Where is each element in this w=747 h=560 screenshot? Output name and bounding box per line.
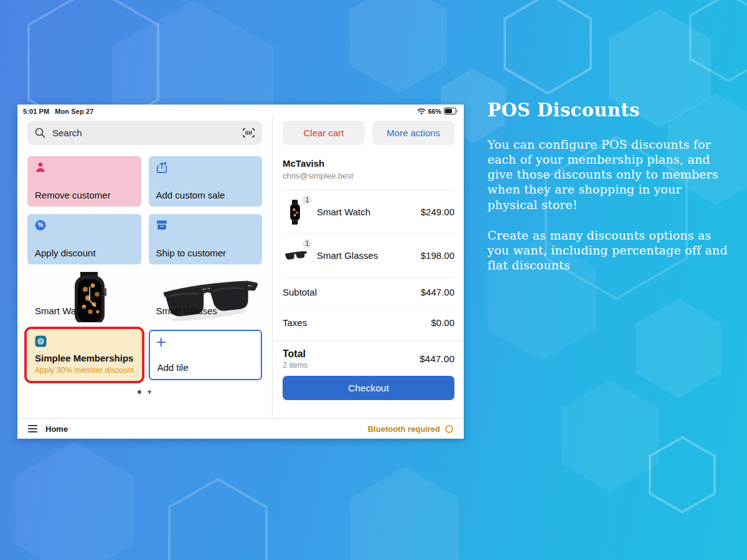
tile-label: Ship to customer	[156, 248, 227, 258]
customer-info[interactable]: McTavish chris@simplee.best	[283, 158, 454, 190]
taxes-value: $0.00	[431, 317, 454, 328]
more-actions-button[interactable]: More actions	[372, 121, 454, 145]
cart-item-smart-glasses[interactable]: 1 Smart Glasses $198.00	[283, 234, 454, 278]
svg-text:%: %	[38, 222, 44, 228]
battery-icon	[444, 108, 458, 114]
status-date: Mon Sep 27	[55, 108, 93, 115]
tile-add-custom-sale[interactable]: Add custom sale	[149, 156, 263, 207]
tile-remove-customer[interactable]: Remove customer	[27, 156, 141, 207]
subtotal-row: Subtotal $447.00	[283, 278, 454, 307]
barcode-scan-icon[interactable]	[243, 128, 255, 138]
tile-apply-discount[interactable]: % Apply discount	[27, 214, 141, 264]
total-items-count: 2 items	[283, 361, 420, 370]
page-indicator[interactable]: +	[27, 390, 262, 394]
home-nav-label[interactable]: Home	[45, 424, 68, 434]
battery-percent: 66%	[428, 108, 441, 115]
tile-label: Simplee Memberships	[35, 353, 133, 363]
plus-icon: +	[156, 332, 166, 352]
total-label: Total	[283, 348, 420, 360]
status-time: 5:01 PM	[23, 108, 49, 115]
tile-label: Smart Watch	[35, 306, 88, 316]
total-value: $447.00	[420, 353, 454, 365]
add-page-icon[interactable]: +	[147, 390, 152, 394]
total-row: Total 2 items $447.00	[283, 341, 454, 376]
tile-grid: Remove customer Add custom sale	[27, 156, 262, 380]
tile-add-tile[interactable]: + Add tile	[149, 330, 263, 380]
magnifier-icon	[35, 128, 45, 138]
menu-icon[interactable]	[28, 425, 37, 432]
tile-ship-to-customer[interactable]: Ship to customer	[149, 214, 263, 264]
marketing-title: POS Discounts	[487, 100, 735, 121]
discount-badge-icon: %	[35, 220, 46, 231]
search-placeholder: Search	[52, 128, 243, 138]
bottom-nav-bar: Home Bluetooth required	[17, 418, 464, 439]
wifi-icon	[417, 108, 426, 114]
pos-app-screenshot: 5:01 PMMon Sep 27 66% Se	[17, 105, 464, 439]
simplee-app-icon	[35, 335, 47, 347]
status-bar: 5:01 PMMon Sep 27 66%	[17, 105, 464, 116]
item-price: $198.00	[421, 250, 454, 261]
tile-simplee-memberships[interactable]: Simplee Memberships Apply 30% member dis…	[27, 330, 141, 380]
item-name: Smart Glasses	[317, 250, 421, 261]
item-price: $249.00	[421, 207, 454, 217]
subtotal-label: Subtotal	[283, 287, 317, 297]
checkout-button[interactable]: Checkout	[283, 376, 454, 400]
search-input[interactable]: Search	[27, 121, 262, 145]
item-name: Smart Watch	[317, 207, 421, 217]
bluetooth-status[interactable]: Bluetooth required	[368, 424, 453, 434]
cart-panel: Clear cart More actions McTavish chris@s…	[273, 116, 464, 418]
taxes-label: Taxes	[283, 317, 307, 328]
quantity-badge: 1	[301, 238, 313, 250]
tile-sublabel: Apply 30% member discount	[35, 366, 134, 375]
shipping-box-icon	[156, 220, 167, 230]
page-dot[interactable]	[138, 390, 141, 394]
marketing-copy: POS Discounts You can configure POS disc…	[487, 100, 735, 288]
tile-label: Remove customer	[35, 190, 111, 200]
tile-smart-glasses[interactable]: Smart Glasses	[149, 272, 263, 322]
tile-panel: Search	[17, 116, 273, 418]
tile-label: Add tile	[157, 362, 189, 373]
tile-label: Apply discount	[35, 248, 96, 258]
taxes-row: Taxes $0.00	[283, 307, 454, 337]
tile-label: Add custom sale	[156, 190, 225, 200]
add-sale-icon	[156, 162, 167, 174]
bluetooth-status-icon	[445, 425, 453, 433]
customer-name: McTavish	[283, 158, 454, 169]
bluetooth-status-label: Bluetooth required	[368, 424, 440, 434]
tile-smart-watch[interactable]: Smart Watch	[27, 272, 141, 322]
customer-email: chris@simplee.best	[283, 171, 454, 180]
person-icon	[35, 162, 46, 173]
marketing-paragraph-1: You can configure POS discounts for each…	[487, 137, 735, 212]
smart-glasses-thumbnail	[283, 250, 308, 262]
tile-label: Smart Glasses	[156, 306, 217, 316]
marketing-paragraph-2: Create as many discounts options as you …	[487, 228, 735, 273]
cart-item-smart-watch[interactable]: 1 Smart Watch $249.00	[283, 190, 454, 234]
subtotal-value: $447.00	[421, 287, 454, 297]
clear-cart-button[interactable]: Clear cart	[283, 121, 365, 145]
quantity-badge: 1	[301, 194, 313, 206]
